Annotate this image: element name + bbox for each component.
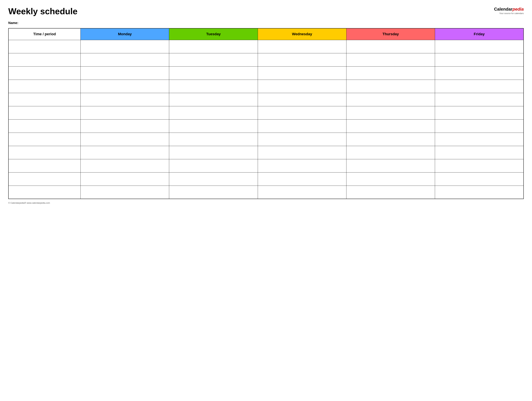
table-cell[interactable] xyxy=(435,146,524,159)
schedule-table: Time / period Monday Tuesday Wednesday T… xyxy=(8,28,524,199)
table-cell[interactable] xyxy=(258,159,346,172)
table-cell[interactable] xyxy=(8,106,81,119)
table-cell[interactable] xyxy=(346,53,435,66)
table-cell[interactable] xyxy=(258,146,346,159)
table-cell[interactable] xyxy=(81,119,169,133)
table-cell[interactable] xyxy=(435,106,524,119)
logo-tagline: Your source for calendars xyxy=(494,12,524,15)
table-row xyxy=(8,159,524,172)
col-header-friday: Friday xyxy=(435,28,524,40)
logo-container: Calendarpedia Your source for calendars xyxy=(494,7,524,15)
table-cell[interactable] xyxy=(435,80,524,93)
table-cell[interactable] xyxy=(169,146,258,159)
table-cell[interactable] xyxy=(258,106,346,119)
table-cell[interactable] xyxy=(8,40,81,53)
table-row xyxy=(8,80,524,93)
table-cell[interactable] xyxy=(169,186,258,199)
table-cell[interactable] xyxy=(346,80,435,93)
table-row xyxy=(8,53,524,66)
table-cell[interactable] xyxy=(435,53,524,66)
table-cell[interactable] xyxy=(8,80,81,93)
table-cell[interactable] xyxy=(169,119,258,133)
table-cell[interactable] xyxy=(81,93,169,106)
table-cell[interactable] xyxy=(435,93,524,106)
name-label: Name: xyxy=(8,21,18,25)
table-cell[interactable] xyxy=(81,53,169,66)
table-cell[interactable] xyxy=(346,40,435,53)
table-cell[interactable] xyxy=(8,133,81,146)
table-cell[interactable] xyxy=(8,186,81,199)
table-cell[interactable] xyxy=(258,172,346,186)
table-cell[interactable] xyxy=(8,172,81,186)
table-cell[interactable] xyxy=(81,40,169,53)
table-cell[interactable] xyxy=(435,133,524,146)
table-cell[interactable] xyxy=(8,119,81,133)
table-cell[interactable] xyxy=(258,66,346,80)
footer: © Calendarpedia® www.calendarpedia.com xyxy=(8,202,524,204)
table-cell[interactable] xyxy=(258,119,346,133)
col-header-wednesday: Wednesday xyxy=(258,28,346,40)
table-cell[interactable] xyxy=(346,133,435,146)
table-cell[interactable] xyxy=(258,133,346,146)
table-cell[interactable] xyxy=(169,40,258,53)
table-cell[interactable] xyxy=(169,133,258,146)
name-row: Name: xyxy=(8,21,524,25)
logo-text: Calendarpedia xyxy=(494,7,524,12)
table-cell[interactable] xyxy=(346,172,435,186)
table-cell[interactable] xyxy=(169,93,258,106)
table-cell[interactable] xyxy=(258,186,346,199)
table-row xyxy=(8,93,524,106)
col-header-thursday: Thursday xyxy=(346,28,435,40)
table-cell[interactable] xyxy=(81,66,169,80)
table-cell[interactable] xyxy=(258,53,346,66)
table-cell[interactable] xyxy=(435,159,524,172)
table-cell[interactable] xyxy=(435,172,524,186)
table-cell[interactable] xyxy=(169,172,258,186)
table-cell[interactable] xyxy=(258,93,346,106)
table-cell[interactable] xyxy=(81,80,169,93)
table-row xyxy=(8,40,524,53)
table-cell[interactable] xyxy=(8,159,81,172)
table-cell[interactable] xyxy=(81,159,169,172)
table-cell[interactable] xyxy=(81,133,169,146)
table-row xyxy=(8,146,524,159)
table-cell[interactable] xyxy=(346,106,435,119)
table-cell[interactable] xyxy=(435,40,524,53)
table-cell[interactable] xyxy=(346,119,435,133)
table-row xyxy=(8,106,524,119)
table-row xyxy=(8,133,524,146)
table-cell[interactable] xyxy=(81,146,169,159)
table-cell[interactable] xyxy=(346,186,435,199)
table-cell[interactable] xyxy=(435,119,524,133)
header-row: Time / period Monday Tuesday Wednesday T… xyxy=(8,28,524,40)
table-cell[interactable] xyxy=(169,53,258,66)
table-cell[interactable] xyxy=(81,186,169,199)
page-header: Weekly schedule Calendarpedia Your sourc… xyxy=(8,7,524,16)
table-cell[interactable] xyxy=(8,66,81,80)
table-cell[interactable] xyxy=(435,186,524,199)
table-cell[interactable] xyxy=(169,106,258,119)
table-cell[interactable] xyxy=(169,159,258,172)
table-cell[interactable] xyxy=(169,66,258,80)
table-cell[interactable] xyxy=(346,159,435,172)
table-row xyxy=(8,186,524,199)
table-cell[interactable] xyxy=(8,146,81,159)
table-cell[interactable] xyxy=(258,80,346,93)
col-header-tuesday: Tuesday xyxy=(169,28,258,40)
table-cell[interactable] xyxy=(346,66,435,80)
logo-pedia: pedia xyxy=(513,7,524,12)
table-cell[interactable] xyxy=(81,106,169,119)
table-row xyxy=(8,66,524,80)
table-row xyxy=(8,119,524,133)
table-cell[interactable] xyxy=(435,66,524,80)
table-cell[interactable] xyxy=(346,93,435,106)
table-cell[interactable] xyxy=(8,93,81,106)
table-cell[interactable] xyxy=(346,146,435,159)
footer-text: © Calendarpedia® www.calendarpedia.com xyxy=(8,202,50,204)
col-header-time: Time / period xyxy=(8,28,81,40)
logo-calendar: Calendar xyxy=(494,7,513,12)
table-cell[interactable] xyxy=(81,172,169,186)
table-cell[interactable] xyxy=(8,53,81,66)
table-cell[interactable] xyxy=(258,40,346,53)
table-cell[interactable] xyxy=(169,80,258,93)
